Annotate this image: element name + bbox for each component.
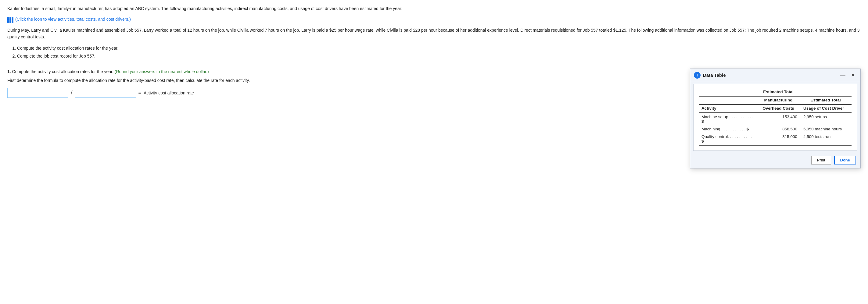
th-estimated-total: Estimated Total: [757, 88, 800, 96]
th-overhead-costs: Overhead Costs: [757, 104, 800, 113]
cell-overhead: 153,400: [757, 113, 800, 125]
section-divider: [7, 64, 861, 64]
formula-input-1[interactable]: [7, 88, 68, 98]
grid-icon: [7, 15, 13, 23]
table-header-row1: Estimated Total: [699, 88, 851, 96]
formula-input-2[interactable]: [75, 88, 136, 98]
click-link-text[interactable]: (Click the icon to view activities, tota…: [15, 17, 131, 22]
th-activity-empty: [699, 88, 757, 96]
th-empty-right: [800, 88, 851, 96]
table-body: Machine setup . . . . . . . . . . . $153…: [699, 113, 851, 145]
table-row: Machining . . . . . . . . . . . $858,500…: [699, 125, 851, 133]
formula-equals: =: [138, 90, 141, 96]
table-header-row2: Manufacturing Estimated Total: [699, 96, 851, 104]
formula-slash: /: [71, 89, 72, 96]
close-button[interactable]: ✕: [850, 72, 856, 78]
round-note: (Round your answers to the nearest whole…: [115, 69, 209, 74]
task-item-1: Compute the activity cost allocation rat…: [17, 45, 861, 52]
intro-main-text: Kauler Industries, a small, family-run m…: [7, 6, 402, 11]
print-button[interactable]: Print: [811, 156, 831, 165]
modal-header: i Data Table — ✕: [690, 69, 860, 81]
formula-label: Activity cost allocation rate: [144, 91, 194, 95]
cell-overhead: 858,500: [757, 125, 800, 133]
modal-footer: Print Done: [690, 154, 860, 168]
done-button[interactable]: Done: [834, 156, 857, 165]
data-table-modal: i Data Table — ✕ Estimated Total: [690, 69, 861, 168]
cell-overhead: 315,000: [757, 133, 800, 145]
modal-body: Estimated Total Manufacturing Estimated …: [693, 84, 857, 151]
th-manufacturing: Manufacturing: [757, 96, 800, 104]
table-header-row3: Activity Overhead Costs Usage of Cost Dr…: [699, 104, 851, 113]
task-list: Compute the activity cost allocation rat…: [17, 45, 861, 60]
th-activity: Activity: [699, 104, 757, 113]
paragraph2: During May, Larry and Civilla Kauler mac…: [7, 27, 861, 40]
cell-activity: Machine setup . . . . . . . . . . . $: [699, 113, 757, 125]
modal-header-left: i Data Table: [694, 72, 726, 78]
table-row: Machine setup . . . . . . . . . . . $153…: [699, 113, 851, 125]
minimize-button[interactable]: —: [839, 72, 847, 78]
cell-usage: 4,500 tests run: [800, 133, 851, 145]
intro-paragraph: Kauler Industries, a small, family-run m…: [7, 5, 861, 12]
th-activity-empty2: [699, 96, 757, 104]
info-icon: i: [694, 72, 701, 78]
task-item-2: Complete the job cost record for Job 557…: [17, 53, 861, 59]
main-layout: 1. Compute the activity cost allocation …: [7, 69, 861, 221]
modal-title: Data Table: [703, 72, 726, 78]
cell-usage: 5,050 machine hours: [800, 125, 851, 133]
th-usage: Usage of Cost Driver: [800, 104, 851, 113]
data-table: Estimated Total Manufacturing Estimated …: [699, 88, 851, 145]
cell-usage: 2,950 setups: [800, 113, 851, 125]
th-estimated-total-right: Estimated Total: [800, 96, 851, 104]
cell-activity: Machining . . . . . . . . . . . $: [699, 125, 757, 133]
table-row: Quality control. . . . . . . . . . . $31…: [699, 133, 851, 145]
cell-activity: Quality control. . . . . . . . . . . $: [699, 133, 757, 145]
click-icon-link[interactable]: (Click the icon to view activities, tota…: [7, 15, 861, 23]
modal-controls: — ✕: [839, 72, 856, 78]
